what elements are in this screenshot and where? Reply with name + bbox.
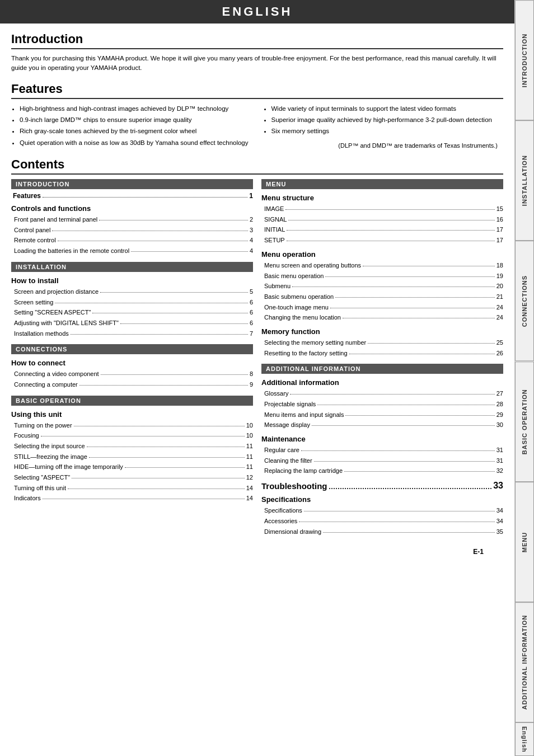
sidebar-tab-connections[interactable]: CONNECTIONS xyxy=(515,241,534,361)
toc-row: Screen setting 6 xyxy=(11,297,253,308)
toc-item-page: 24 xyxy=(496,312,503,323)
toc-item-label: Selecting the input source xyxy=(14,441,85,452)
toc-item-page: 11 xyxy=(246,452,253,462)
toc-row: Glossary 27 xyxy=(261,388,503,399)
page-header: ENGLISH xyxy=(0,0,514,24)
toc-row: Cleaning the filter 31 xyxy=(261,456,503,466)
toc-row: Basic menu operation 19 xyxy=(261,271,503,281)
toc-intro-header: INTRODUCTION xyxy=(11,179,253,189)
toc-item-page: 18 xyxy=(496,260,503,271)
toc-item-label: Menu screen and operating buttons xyxy=(264,260,361,271)
toc-item-label: Dimensional drawing xyxy=(264,527,321,537)
toc-item-label: Accessories xyxy=(264,516,297,527)
feature-item: Wide variety of input terminals to suppo… xyxy=(271,104,504,114)
toc-troubleshooting-label: Troubleshooting xyxy=(261,481,327,491)
toc-item-page: 24 xyxy=(496,302,503,313)
toc-row: Selecting the input source 11 xyxy=(11,441,253,452)
toc-row: Message display 30 xyxy=(261,420,503,430)
toc-item-label: Basic menu operation xyxy=(264,271,324,281)
trademark-note: (DLP™ and DMD™ are trademarks of Texas I… xyxy=(263,142,504,149)
toc-item-label: Projectable signals xyxy=(264,399,316,410)
toc-item-label: Glossary xyxy=(264,388,288,399)
toc-item-page: 5 xyxy=(250,287,253,297)
toc-row: Changing the menu location 24 xyxy=(261,312,503,323)
toc-item-label: Connecting a computer xyxy=(14,379,78,390)
toc-item-page: 16 xyxy=(496,214,503,225)
toc-row: Accessories 34 xyxy=(261,516,503,527)
toc-item-page: 32 xyxy=(496,466,503,476)
toc-controls-title: Controls and functions xyxy=(11,204,253,213)
contents-section: Contents INTRODUCTION Features 1 Control… xyxy=(0,154,514,542)
toc-item-label: Resetting to the factory setting xyxy=(264,348,348,359)
toc-row: One-touch image menu 24 xyxy=(261,302,503,313)
toc-item-page: 20 xyxy=(496,281,503,292)
features-section: Features High-brightness and high-contra… xyxy=(0,79,514,155)
sidebar-tab-addlinfo[interactable]: ADDITIONAL INFORMATION xyxy=(515,602,534,722)
toc-item-page: 3 xyxy=(250,225,253,236)
toc-item-label: Connecting a video component xyxy=(14,369,99,379)
toc-row: Loading the batteries in the remote cont… xyxy=(11,246,253,256)
toc-item-label: HIDE—turning off the image temporarily xyxy=(14,462,123,472)
toc-row: Regular care 31 xyxy=(261,445,503,456)
toc-item-label: Adjusting with "DIGITAL LENS SHIFT" xyxy=(14,318,119,328)
toc-item-label: IMAGE xyxy=(264,204,284,214)
toc-item-page: 6 xyxy=(250,297,253,308)
toc-item-page: 14 xyxy=(246,483,253,494)
toc-item-page: 2 xyxy=(250,214,253,225)
toc-row: Basic submenu operation 21 xyxy=(261,292,503,302)
toc-item-page: 34 xyxy=(496,505,503,516)
toc-row: HIDE—turning off the image temporarily 1… xyxy=(11,462,253,472)
toc-row: Turning off this unit 14 xyxy=(11,483,253,494)
toc-row: Specifications 34 xyxy=(261,505,503,516)
feature-item: Superior image quality achieved by high-… xyxy=(271,115,504,125)
toc-item-label: SIGNAL xyxy=(264,214,287,225)
toc-row: Control panel 3 xyxy=(11,225,253,236)
toc-row: Adjusting with "DIGITAL LENS SHIFT" 6 xyxy=(11,318,253,328)
toc-howtoinstall-title: How to install xyxy=(11,276,253,285)
header-title: ENGLISH xyxy=(222,4,293,18)
toc-row: Selecting "ASPECT" 12 xyxy=(11,472,253,483)
toc-item-page: 14 xyxy=(246,493,253,504)
toc-item-label: Setting "SCREEN ASPECT" xyxy=(14,307,91,318)
toc-item-page: 17 xyxy=(496,224,503,235)
toc-item-label: Regular care xyxy=(264,445,299,456)
sidebar-tab-installation[interactable]: INSTALLATION xyxy=(515,120,534,241)
toc-item-page: 31 xyxy=(496,445,503,456)
features-right-list: Wide variety of input terminals to suppo… xyxy=(263,104,504,137)
right-sidebar: INTRODUCTION INSTALLATION CONNECTIONS BA… xyxy=(514,0,534,756)
toc-item-label: Loading the batteries in the remote cont… xyxy=(14,246,129,256)
toc-item-label: Menu items and input signals xyxy=(264,410,344,420)
toc-row: Connecting a video component 8 xyxy=(11,369,253,379)
toc-item-label: Submenu xyxy=(264,281,291,292)
toc-troubleshooting-row: Troubleshooting 33 xyxy=(261,481,503,491)
toc-features-row: Features 1 xyxy=(11,192,253,200)
toc-row: Projectable signals 28 xyxy=(261,399,503,410)
toc-item-page: 6 xyxy=(250,307,253,318)
introduction-title: Introduction xyxy=(11,32,503,49)
toc-menu-header: MENU xyxy=(261,179,503,189)
toc-item-page: 28 xyxy=(496,399,503,410)
toc-item-page: 27 xyxy=(496,388,503,399)
sidebar-tab-introduction[interactable]: INTRODUCTION xyxy=(515,0,534,120)
toc-item-label: STILL—freezing the image xyxy=(14,452,87,462)
toc-row: Focusing 10 xyxy=(11,430,253,441)
feature-item: Rich gray-scale tones achieved by the tr… xyxy=(20,126,252,136)
sidebar-tab-basicop[interactable]: BASIC OPERATION xyxy=(515,361,534,482)
page-number: E-1 xyxy=(0,542,514,558)
toc-item-page: 7 xyxy=(250,328,253,339)
toc-addlinfo-title: Additional information xyxy=(261,378,503,387)
toc-row: IMAGE 15 xyxy=(261,204,503,214)
toc-troubleshooting-page: 33 xyxy=(493,481,503,491)
sidebar-tab-menu[interactable]: MENU xyxy=(515,482,534,602)
sidebar-tab-english[interactable]: English xyxy=(515,722,534,756)
features-right-col: Wide variety of input terminals to suppo… xyxy=(263,104,504,149)
toc-row: SIGNAL 16 xyxy=(261,214,503,225)
toc-install-header: INSTALLATION xyxy=(11,262,253,272)
toc-item-label: Screen setting xyxy=(14,297,53,308)
toc-item-page: 6 xyxy=(250,318,253,328)
toc-menustructure-title: Menu structure xyxy=(261,194,503,202)
toc-row: Remote control 4 xyxy=(11,235,253,246)
toc-item-label: Control panel xyxy=(14,225,50,236)
toc-row: Menu screen and operating buttons 18 xyxy=(261,260,503,271)
toc-item-page: 35 xyxy=(496,527,503,537)
